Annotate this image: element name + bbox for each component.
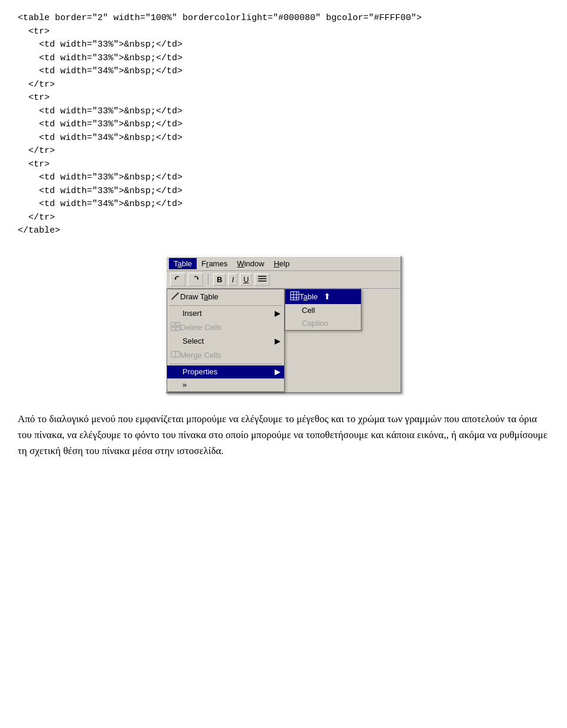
- italic-button[interactable]: I: [228, 273, 237, 286]
- menu-item-delete-cells: Delete Cells: [167, 320, 284, 335]
- redo-button[interactable]: [188, 273, 203, 286]
- menu-item-select[interactable]: Select ▶: [167, 335, 284, 348]
- bold-button[interactable]: B: [213, 273, 226, 286]
- svg-rect-2: [258, 276, 266, 277]
- toolbar-strip: B I U: [167, 271, 400, 289]
- merge-cells-icon: [171, 350, 180, 361]
- main-menu: Draw Table Insert ▶: [167, 289, 285, 392]
- submenu-item-cell[interactable]: Cell: [285, 304, 361, 317]
- menu-item-more[interactable]: »: [167, 378, 284, 391]
- submenu-cell-label: Cell: [302, 306, 315, 315]
- table-grid-icon: [290, 291, 299, 302]
- properties-arrow-icon: ▶: [275, 367, 281, 376]
- submenu-item-caption: Caption: [285, 317, 361, 330]
- toolbar-separator-1: [208, 274, 208, 285]
- menu-item-insert[interactable]: Insert ▶: [167, 307, 284, 320]
- submenu-caption-label: Caption: [302, 319, 328, 328]
- svg-rect-4: [258, 280, 266, 282]
- menu-item-draw-table[interactable]: Draw Table: [167, 289, 284, 304]
- menu-item-merge-cells: Merge Cells: [167, 348, 284, 363]
- menubar-item-window[interactable]: Window: [232, 258, 269, 269]
- select-label: Select: [183, 337, 204, 345]
- code-block: <table border="2" width="100%" bordercol…: [18, 12, 549, 238]
- list-button[interactable]: [255, 273, 270, 286]
- more-label: »: [183, 380, 187, 389]
- submenu: Table ⬆ Cell Caption: [285, 289, 361, 331]
- menubar-item-table[interactable]: Table: [169, 258, 197, 269]
- draw-table-label: Draw Table: [180, 292, 219, 301]
- screenshot-area: Table Frames Window Help B I U: [18, 256, 549, 393]
- pencil-icon: [171, 291, 180, 302]
- underline-button[interactable]: U: [240, 273, 252, 286]
- svg-rect-9: [176, 322, 180, 326]
- separator-2: [170, 364, 282, 364]
- menu-window: Table Frames Window Help B I U: [165, 256, 402, 393]
- merge-cells-label: Merge Cells: [180, 351, 221, 360]
- submenu-container: Draw Table Insert ▶: [167, 289, 400, 392]
- select-arrow-icon: ▶: [275, 337, 281, 345]
- submenu-table-label: Table: [299, 292, 318, 301]
- insert-arrow-icon: ▶: [275, 309, 281, 318]
- menu-item-properties[interactable]: Properties ▶: [167, 365, 284, 378]
- svg-rect-3: [258, 278, 266, 279]
- delete-cells-label: Delete Cells: [180, 323, 221, 332]
- menubar-item-frames[interactable]: Frames: [197, 258, 232, 269]
- menubar-item-help[interactable]: Help: [269, 258, 294, 269]
- cursor-icon: ⬆: [324, 292, 331, 301]
- submenu-item-table[interactable]: Table ⬆: [285, 289, 361, 304]
- svg-rect-10: [171, 327, 175, 331]
- svg-line-5: [172, 293, 178, 299]
- paragraph-text: Από το διαλογικό μενού που εμφανίζεται μ…: [18, 411, 549, 459]
- separator-1: [170, 305, 282, 306]
- svg-rect-8: [171, 322, 175, 326]
- undo-button[interactable]: [170, 273, 185, 286]
- properties-label: Properties: [183, 367, 217, 376]
- svg-rect-11: [176, 327, 180, 331]
- insert-label: Insert: [183, 309, 202, 318]
- delete-cells-icon: [171, 322, 180, 333]
- svg-rect-14: [291, 292, 299, 300]
- menu-bar: Table Frames Window Help: [167, 257, 400, 271]
